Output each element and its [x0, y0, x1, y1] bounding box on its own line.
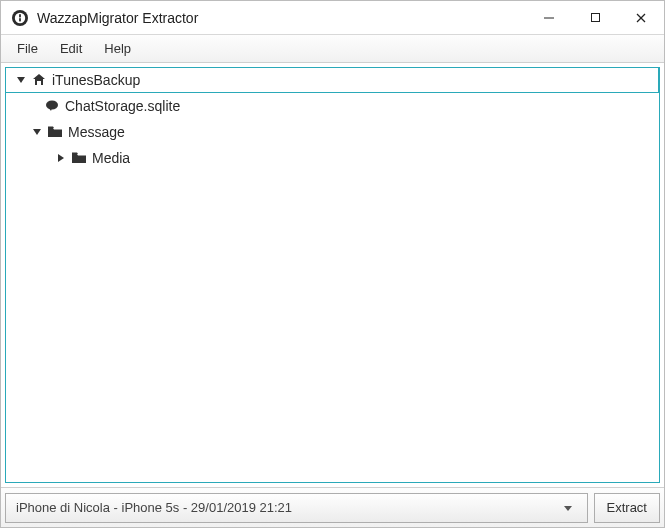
extract-button[interactable]: Extract: [594, 493, 660, 523]
folder-icon: [47, 124, 63, 140]
chevron-down-icon: [559, 503, 577, 513]
app-icon: [11, 9, 29, 27]
folder-icon: [71, 150, 87, 166]
chat-icon: [44, 98, 60, 114]
svg-marker-13: [564, 506, 572, 511]
chevron-down-icon[interactable]: [30, 125, 44, 139]
tree-label: iTunesBackup: [52, 72, 140, 88]
svg-rect-3: [19, 18, 21, 21]
chevron-right-icon[interactable]: [54, 151, 68, 165]
svg-rect-5: [591, 14, 599, 22]
menu-file[interactable]: File: [17, 41, 38, 56]
extract-button-label: Extract: [607, 500, 647, 515]
window-controls: [526, 1, 664, 34]
content-area: iTunesBackup ChatStorage.sqlite Message: [1, 63, 664, 487]
menubar: File Edit Help: [1, 35, 664, 63]
window-title: WazzapMigrator Extractor: [37, 10, 526, 26]
svg-rect-2: [19, 14, 21, 17]
chevron-down-icon[interactable]: [14, 73, 28, 87]
maximize-button[interactable]: [572, 1, 618, 34]
svg-marker-12: [58, 154, 64, 162]
tree-node-media[interactable]: Media: [6, 145, 659, 171]
minimize-button[interactable]: [526, 1, 572, 34]
app-window: WazzapMigrator Extractor File Edit Help: [0, 0, 665, 528]
menu-edit[interactable]: Edit: [60, 41, 82, 56]
tree-node-chatstorage[interactable]: ChatStorage.sqlite: [6, 93, 659, 119]
tree-node-itunesbackup[interactable]: iTunesBackup: [5, 67, 659, 93]
menu-help[interactable]: Help: [104, 41, 131, 56]
bottombar: iPhone di Nicola - iPhone 5s - 29/01/201…: [1, 487, 664, 527]
svg-marker-11: [33, 129, 41, 135]
device-select[interactable]: iPhone di Nicola - iPhone 5s - 29/01/201…: [5, 493, 588, 523]
tree-label: Media: [92, 150, 130, 166]
device-select-label: iPhone di Nicola - iPhone 5s - 29/01/201…: [16, 500, 559, 515]
tree-node-message[interactable]: Message: [6, 119, 659, 145]
tree-label: Message: [68, 124, 125, 140]
svg-marker-8: [17, 77, 25, 83]
svg-point-9: [46, 101, 58, 110]
tree-view[interactable]: iTunesBackup ChatStorage.sqlite Message: [5, 67, 660, 483]
tree-label: ChatStorage.sqlite: [65, 98, 180, 114]
svg-marker-10: [49, 108, 52, 111]
home-icon: [31, 72, 47, 88]
close-button[interactable]: [618, 1, 664, 34]
titlebar: WazzapMigrator Extractor: [1, 1, 664, 35]
